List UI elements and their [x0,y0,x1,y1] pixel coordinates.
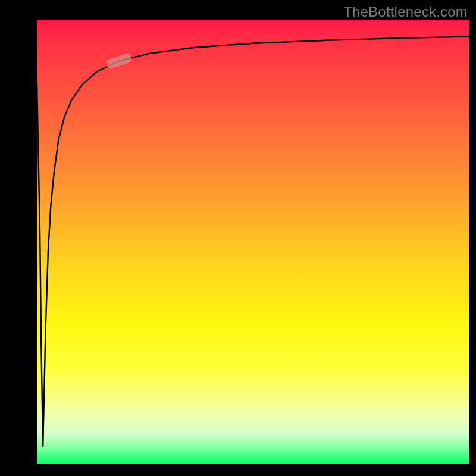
watermark-text: TheBottleneck.com [343,4,468,20]
curve-marker [105,52,133,70]
svg-rect-0 [105,52,133,70]
chart-svg [37,20,469,464]
frame-border-right [469,0,476,476]
frame-border-bottom [0,464,476,476]
bottleneck-curve [37,37,469,447]
frame-border-left [0,0,37,476]
chart-frame [0,0,476,476]
